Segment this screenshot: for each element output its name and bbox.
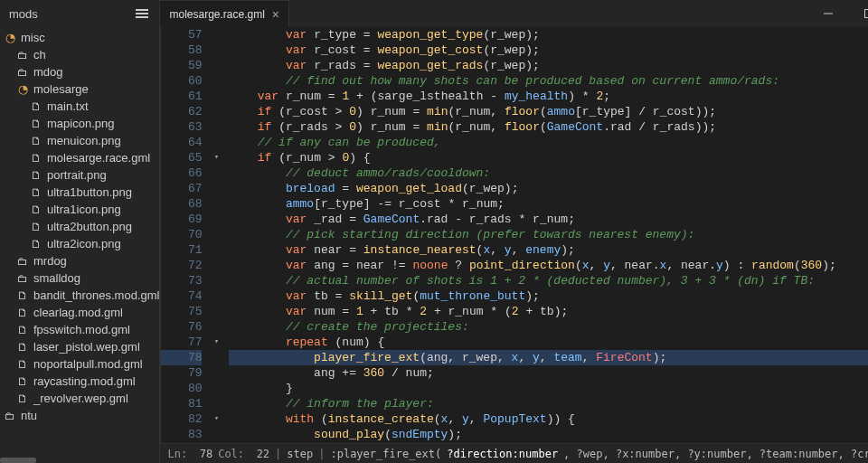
line-number[interactable]: 63 — [161, 119, 202, 135]
tree-item[interactable]: ultra1button.png — [0, 184, 159, 201]
fold-marker[interactable]: ▾ — [211, 335, 222, 350]
line-number[interactable]: 74 — [161, 288, 202, 304]
fold-marker[interactable]: ▾ — [211, 411, 222, 427]
line-number[interactable]: 76 — [161, 319, 202, 335]
tree-item[interactable]: main.txt — [0, 98, 159, 115]
line-number[interactable]: 72 — [161, 258, 202, 273]
line-number[interactable]: 79 — [161, 365, 202, 381]
code-line[interactable]: var _rad = GameCont.rad - r_rads * r_num… — [229, 212, 868, 227]
tree-item[interactable]: noportalpull.mod.gml — [0, 355, 159, 373]
tree-item[interactable]: fpsswitch.mod.gml — [0, 321, 159, 338]
code-line[interactable]: // if any can be produced, — [229, 135, 868, 150]
code-line[interactable]: if (r_cost > 0) r_num = min(r_num, floor… — [229, 104, 868, 119]
line-number[interactable]: 78 — [161, 350, 202, 365]
code-line[interactable]: var tb = skill_get(mut_throne_butt); — [229, 288, 868, 304]
line-number[interactable]: 60 — [161, 73, 202, 89]
tree-item[interactable]: raycasting.mod.gml — [0, 373, 159, 390]
line-number[interactable]: 81 — [161, 396, 202, 411]
code-line[interactable]: var near = instance_nearest(x, y, enemy)… — [229, 242, 868, 258]
line-number-gutter[interactable]: 5758596061626364656667686970717273747576… — [161, 27, 211, 443]
code-line[interactable]: var r_type = weapon_get_type(r_wep); — [229, 27, 868, 43]
line-number[interactable]: 68 — [161, 196, 202, 212]
code-line[interactable]: ammo[r_type] -= r_cost * r_num; — [229, 196, 868, 212]
sidebar-scrollbar[interactable] — [0, 458, 36, 463]
line-number[interactable]: 73 — [161, 273, 202, 288]
code-line[interactable]: var r_rads = weapon_get_rads(r_wep); — [229, 58, 868, 73]
tree-item[interactable]: clearlag.mod.gml — [0, 304, 159, 321]
tree-item-label: bandit_thrones.mod.gml — [33, 288, 159, 302]
tree-item[interactable]: molesarge — [0, 80, 159, 98]
tree-item-label: mrdog — [33, 254, 67, 268]
tree-item[interactable]: misc — [0, 29, 159, 46]
code-line[interactable]: if (r_rads > 0) r_num = min(r_num, floor… — [229, 119, 868, 135]
tree-item[interactable]: smalldog — [0, 269, 159, 287]
code-line[interactable]: // create the projectiles: — [229, 319, 868, 335]
tree-item-label: menuicon.png — [47, 134, 121, 147]
line-number[interactable]: 83 — [161, 427, 202, 442]
code-line[interactable]: var ang = near != noone ? point_directio… — [229, 258, 868, 273]
code-area[interactable]: var r_type = weapon_get_type(r_wep); var… — [222, 27, 868, 443]
line-number[interactable]: 57 — [161, 27, 202, 43]
fold-marker[interactable]: ▾ — [211, 150, 222, 165]
line-number[interactable]: 59 — [161, 58, 202, 73]
tree-item[interactable]: _revolver.wep.gml — [0, 390, 159, 407]
fold-marker — [211, 427, 222, 442]
window-controls — [807, 0, 868, 27]
tree-item[interactable]: bandit_thrones.mod.gml — [0, 287, 159, 304]
sidebar-menu-icon[interactable] — [136, 13, 150, 14]
fold-gutter[interactable]: ▾▾▾ — [211, 27, 222, 443]
close-icon[interactable]: × — [272, 8, 279, 21]
tab-molesarge[interactable]: molesarge.race.gml × — [160, 0, 289, 27]
tree-item[interactable]: ultra2button.png — [0, 218, 159, 235]
file-tree[interactable]: miscchmdogmolesargemain.txtmapicon.pngme… — [0, 27, 159, 463]
line-number[interactable]: 67 — [161, 181, 202, 196]
line-number[interactable]: 58 — [161, 43, 202, 58]
tree-item-label: _revolver.wep.gml — [33, 392, 128, 405]
status-rest: , ?wep, ?x:number, ?y:number, ?team:numb… — [563, 448, 868, 460]
line-number[interactable]: 64 — [161, 135, 202, 150]
code-line[interactable]: breload = weapon_get_load(r_wep); — [229, 181, 868, 196]
code-line[interactable]: // inform the player: — [229, 396, 868, 411]
line-number[interactable]: 77 — [161, 335, 202, 350]
code-line[interactable]: if (r_num > 0) { — [229, 150, 868, 165]
line-number[interactable]: 69 — [161, 212, 202, 227]
line-number[interactable]: 66 — [161, 165, 202, 181]
tree-item[interactable]: mdog — [0, 63, 159, 80]
fold-marker — [211, 73, 222, 89]
code-line[interactable]: // pick starting direction (prefer towar… — [229, 227, 868, 242]
tree-item-label: ultra2icon.png — [47, 237, 121, 250]
minimize-button[interactable] — [807, 0, 848, 27]
code-line[interactable]: // find out how many shots can be produc… — [229, 73, 868, 89]
tree-item[interactable]: ultra1icon.png — [0, 201, 159, 218]
code-line[interactable]: ang += 360 / num; — [229, 365, 868, 381]
file-icon — [30, 203, 42, 216]
tree-item[interactable]: laser_pistol.wep.gml — [0, 338, 159, 355]
line-number[interactable]: 75 — [161, 304, 202, 319]
tree-item[interactable]: menuicon.png — [0, 132, 159, 149]
code-line[interactable]: repeat (num) { — [229, 335, 868, 350]
code-line[interactable]: var r_cost = weapon_get_cost(r_wep); — [229, 43, 868, 58]
maximize-button[interactable] — [848, 0, 868, 27]
line-number[interactable]: 80 — [161, 381, 202, 396]
line-number[interactable]: 70 — [161, 227, 202, 242]
line-number[interactable]: 62 — [161, 104, 202, 119]
tree-item[interactable]: portrait.png — [0, 166, 159, 184]
tree-item[interactable]: ultra2icon.png — [0, 235, 159, 252]
code-line[interactable]: player_fire_ext(ang, r_wep, x, y, team, … — [229, 350, 868, 365]
tree-item[interactable]: mapicon.png — [0, 115, 159, 132]
code-line[interactable]: var r_num = 1 + (sarge_lsthealth - my_he… — [229, 89, 868, 104]
tree-item[interactable]: molesarge.race.gml — [0, 149, 159, 166]
code-line[interactable]: // deduct ammo/rads/cooldown: — [229, 165, 868, 181]
code-line[interactable]: with (instance_create(x, y, PopupText)) … — [229, 411, 868, 427]
line-number[interactable]: 61 — [161, 89, 202, 104]
code-line[interactable]: // actual number of shots is 1 + 2 * (de… — [229, 273, 868, 288]
tree-item[interactable]: mrdog — [0, 252, 159, 269]
code-line[interactable]: } — [229, 381, 868, 396]
line-number[interactable]: 82 — [161, 411, 202, 427]
tree-item[interactable]: ch — [0, 46, 159, 63]
tree-item[interactable]: ntu — [0, 407, 159, 424]
code-line[interactable]: var num = 1 + tb * 2 + r_num * (2 + tb); — [229, 304, 868, 319]
line-number[interactable]: 71 — [161, 242, 202, 258]
code-line[interactable]: sound_play(sndEmpty); — [229, 427, 868, 442]
line-number[interactable]: 65 — [161, 150, 202, 165]
